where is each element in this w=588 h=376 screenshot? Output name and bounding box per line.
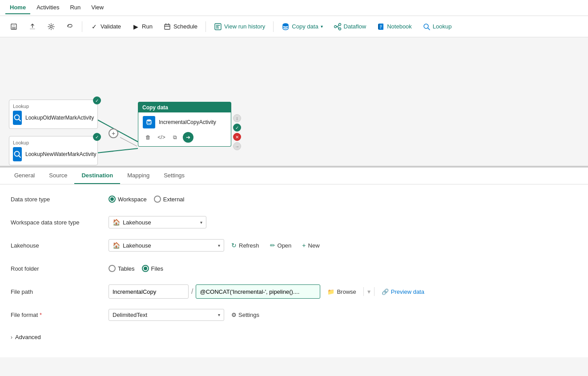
advanced-label: Advanced <box>15 334 41 340</box>
new-button[interactable]: + New <box>298 240 323 251</box>
copy-node-icon <box>143 116 155 128</box>
browse-label: Browse <box>337 288 356 295</box>
menu-home[interactable]: Home <box>5 1 30 14</box>
data-store-type-row: Data store type Workspace External <box>11 192 577 207</box>
tab-settings[interactable]: Settings <box>157 168 192 184</box>
file-format-settings-button[interactable]: ⚙ Settings <box>228 310 263 320</box>
view-run-history-button[interactable]: View run history <box>209 20 270 33</box>
node-lookup-new[interactable]: Lookup LookupNewWaterMarkActivity ✓ <box>9 136 98 165</box>
file-path-inputs: / <box>109 284 320 299</box>
workspace-radio-text: Workspace <box>118 196 147 203</box>
toolbar-sep-2 <box>205 21 206 32</box>
open-button[interactable]: ✏ Open <box>266 240 295 251</box>
lookup-button[interactable]: Lookup <box>418 20 456 33</box>
external-radio-text: External <box>163 196 185 203</box>
menu-bar: Home Activities Run View <box>0 0 588 16</box>
menu-run[interactable]: Run <box>65 1 85 14</box>
file-format-value: DelimitedText <box>113 312 147 318</box>
tables-radio-label[interactable]: Tables <box>109 265 135 272</box>
browse-button[interactable]: 📁 Browse <box>324 286 359 297</box>
tab-destination[interactable]: Destination <box>74 168 120 184</box>
files-radio[interactable] <box>142 265 149 272</box>
node-lookup-old-check: ✓ <box>93 96 101 104</box>
save-button[interactable] <box>5 20 22 33</box>
workspace-data-store-type-control: 🏠 Lakehouse ▾ <box>109 216 577 228</box>
file-path-control: / 📁 Browse ▾ 🔗 Preview data <box>109 284 577 299</box>
svg-point-9 <box>338 23 341 25</box>
workspace-data-store-type-label: Workspace data store type <box>11 219 109 226</box>
lakehouse-select[interactable]: 🏠 Lakehouse ▾ <box>109 239 224 252</box>
open-icon: ✏ <box>270 242 275 249</box>
files-radio-label[interactable]: Files <box>142 265 163 272</box>
toolbar-sep-1 <box>82 21 82 32</box>
lakehouse-chevron: ▾ <box>218 243 220 248</box>
lakehouse-value: Lakehouse <box>123 242 151 249</box>
node-lookup-new-name: LookupNewWaterMarkActivity <box>25 151 97 157</box>
schedule-button[interactable]: Schedule <box>159 20 202 33</box>
file-path-folder-input[interactable] <box>109 284 189 299</box>
external-radio-label[interactable]: External <box>154 196 185 203</box>
required-star: * <box>38 312 42 318</box>
tab-mapping[interactable]: Mapping <box>120 168 157 184</box>
undo-icon <box>66 23 74 31</box>
copy-node-go-button[interactable]: ➜ <box>183 132 193 143</box>
validate-label: Validate <box>101 23 121 30</box>
node-lookup-old-name: LookupOldWaterMarkActivity <box>25 115 94 121</box>
publish-icon <box>28 23 36 31</box>
svg-rect-3 <box>30 28 35 29</box>
settings-gear-button[interactable] <box>43 20 60 33</box>
node-lookup-new-icon <box>13 147 22 161</box>
files-radio-text: Files <box>151 265 163 272</box>
preview-data-label: Preview data <box>391 288 424 295</box>
node-lookup-new-type: Lookup <box>13 140 94 145</box>
copy-node-success-icon[interactable]: ✓ <box>233 124 241 132</box>
node-lookup-old[interactable]: Lookup LookupOldWaterMarkActivity ✓ <box>9 100 98 129</box>
copy-data-node[interactable]: Copy data IncrementalCopyActivity 🗑 </> … <box>138 102 231 147</box>
dataflow-button[interactable]: Dataflow <box>329 20 371 33</box>
tables-radio[interactable] <box>109 265 116 272</box>
browse-icon: 📁 <box>327 288 334 295</box>
preview-data-button[interactable]: 🔗 Preview data <box>378 286 428 297</box>
file-format-label: File format * <box>11 312 109 318</box>
workspace-radio[interactable] <box>109 196 116 203</box>
dataflow-icon <box>334 23 342 31</box>
copy-data-chevron: ▾ <box>321 24 323 29</box>
notebook-button[interactable]: Notebook <box>372 20 416 33</box>
tabs-bar: General Source Destination Mapping Setti… <box>0 168 588 184</box>
advanced-row[interactable]: › Advanced <box>11 330 577 344</box>
refresh-button[interactable]: ↻ Refresh <box>228 240 263 251</box>
dropdown-arrow[interactable]: ▾ <box>367 288 371 295</box>
tab-source[interactable]: Source <box>42 168 74 184</box>
tab-general[interactable]: General <box>7 168 42 184</box>
external-radio[interactable] <box>154 196 161 203</box>
file-format-select[interactable]: DelimitedText ▾ <box>109 309 224 321</box>
add-activity-button[interactable]: + <box>109 128 118 138</box>
copy-node-error-icon[interactable]: ✕ <box>233 133 241 141</box>
workspace-data-store-type-select[interactable]: 🏠 Lakehouse ▾ <box>109 216 206 228</box>
undo-button[interactable] <box>61 20 78 33</box>
file-path-expression-input[interactable] <box>196 284 320 299</box>
tables-radio-text: Tables <box>118 265 135 272</box>
copy-node-duplicate-button[interactable]: ⧉ <box>169 132 180 143</box>
file-format-settings-icon: ⚙ <box>231 312 237 318</box>
canvas-area: Lookup LookupOldWaterMarkActivity ✓ Look… <box>0 37 588 166</box>
workspace-data-store-chevron: ▾ <box>200 220 202 225</box>
workspace-radio-label[interactable]: Workspace <box>109 196 147 203</box>
svg-line-16 <box>120 137 137 146</box>
svg-line-15 <box>97 148 138 153</box>
copy-node-skip-icon[interactable]: → <box>233 142 241 150</box>
node-lookup-new-body: LookupNewWaterMarkActivity <box>13 147 94 161</box>
copy-node-code-button[interactable]: </> <box>156 132 167 143</box>
open-label: Open <box>278 242 292 249</box>
svg-point-4 <box>50 25 52 28</box>
validate-button[interactable]: ✓ Validate <box>86 20 125 33</box>
publish-button[interactable] <box>24 20 41 33</box>
copy-data-node-type: Copy data <box>142 104 168 111</box>
copy-node-scroll-icon[interactable]: ↕ <box>233 114 241 122</box>
menu-view[interactable]: View <box>87 1 108 14</box>
copy-data-icon <box>282 23 290 31</box>
copy-node-delete-button[interactable]: 🗑 <box>143 132 153 143</box>
copy-data-button[interactable]: Copy data ▾ <box>277 20 327 33</box>
menu-activities[interactable]: Activities <box>32 1 64 14</box>
run-button[interactable]: ▶ Run <box>127 20 157 33</box>
